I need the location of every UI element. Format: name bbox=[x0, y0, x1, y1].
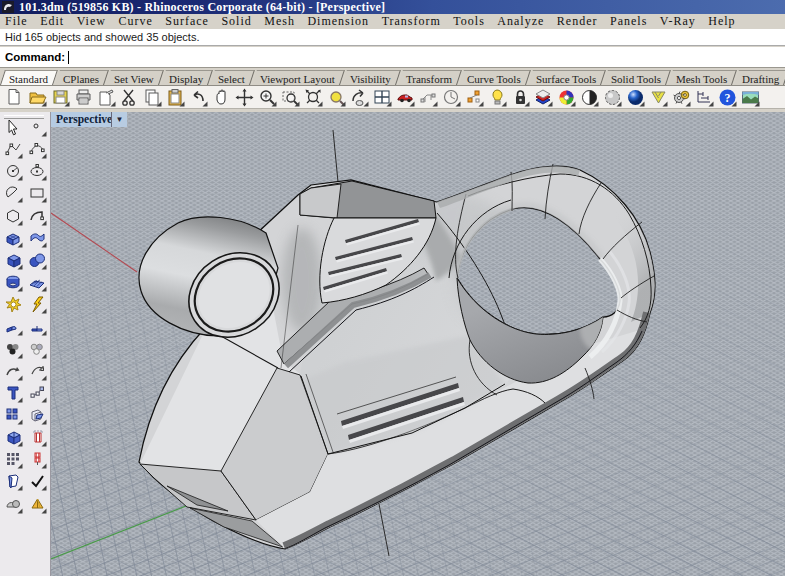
svg-text:?: ? bbox=[725, 91, 731, 105]
